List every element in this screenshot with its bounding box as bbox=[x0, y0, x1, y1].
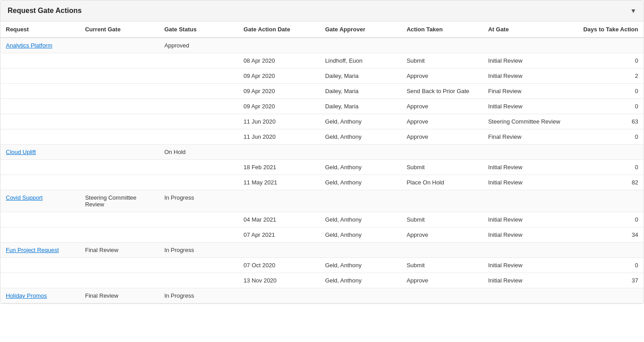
cell-current-gate bbox=[80, 99, 159, 114]
cell-gate-approver: Geld, Anthony bbox=[320, 273, 401, 288]
cell-gate-status: On Hold bbox=[159, 145, 238, 160]
cell-gate-status bbox=[159, 160, 238, 175]
col-header-at-gate: At Gate bbox=[483, 21, 566, 38]
table-row: Analytics Platform Approved bbox=[0, 38, 644, 53]
cell-gate-status: In Progress bbox=[159, 288, 238, 304]
cell-at-gate: Initial Review bbox=[483, 258, 566, 273]
cell-gate-status bbox=[159, 99, 238, 114]
cell-request[interactable]: Analytics Platform bbox=[0, 38, 80, 53]
cell-request[interactable]: Covid Support bbox=[0, 190, 80, 212]
request-gate-actions-panel: Request Gate Actions ▼ Request Current G… bbox=[0, 0, 644, 304]
cell-gate-approver bbox=[320, 145, 401, 160]
cell-gate-approver bbox=[320, 288, 401, 304]
cell-request bbox=[0, 68, 80, 84]
cell-request bbox=[0, 99, 80, 114]
cell-gate-approver: Dailey, Maria bbox=[320, 99, 401, 114]
cell-at-gate: Initial Review bbox=[483, 53, 566, 68]
cell-current-gate bbox=[80, 53, 159, 68]
cell-at-gate bbox=[483, 145, 566, 160]
cell-action-taken: Approve bbox=[401, 68, 483, 84]
cell-gate-action-date: 07 Apr 2021 bbox=[238, 227, 320, 243]
cell-at-gate: Initial Review bbox=[483, 175, 566, 190]
cell-days: 0 bbox=[567, 53, 644, 68]
cell-action-taken: Submit bbox=[401, 212, 483, 227]
cell-gate-status bbox=[159, 258, 238, 273]
table-row: 11 Jun 2020 Geld, Anthony Approve Steeri… bbox=[0, 114, 644, 129]
cell-current-gate: Final Review bbox=[80, 243, 159, 258]
cell-days: 37 bbox=[567, 273, 644, 288]
table-row: 04 Mar 2021 Geld, Anthony Submit Initial… bbox=[0, 212, 644, 227]
cell-gate-approver: Geld, Anthony bbox=[320, 227, 401, 243]
col-header-request: Request bbox=[0, 21, 80, 38]
gate-actions-table: Request Current Gate Gate Status Gate Ac… bbox=[0, 21, 644, 304]
cell-days: 0 bbox=[567, 258, 644, 273]
cell-at-gate: Initial Review bbox=[483, 160, 566, 175]
cell-at-gate: Initial Review bbox=[483, 212, 566, 227]
cell-days bbox=[567, 190, 644, 212]
cell-gate-action-date: 13 Nov 2020 bbox=[238, 273, 320, 288]
cell-request[interactable]: Fun Project Request bbox=[0, 243, 80, 258]
table-row: Fun Project Request Final Review In Prog… bbox=[0, 243, 644, 258]
cell-gate-status bbox=[159, 227, 238, 243]
cell-days: 2 bbox=[567, 68, 644, 84]
cell-gate-approver: Dailey, Maria bbox=[320, 68, 401, 84]
cell-request bbox=[0, 273, 80, 288]
panel-toggle-icon[interactable]: ▼ bbox=[630, 7, 636, 14]
cell-action-taken: Submit bbox=[401, 53, 483, 68]
cell-action-taken bbox=[401, 243, 483, 258]
cell-at-gate: Initial Review bbox=[483, 68, 566, 84]
cell-gate-approver: Geld, Anthony bbox=[320, 114, 401, 129]
cell-current-gate bbox=[80, 129, 159, 145]
table-row: 18 Feb 2021 Geld, Anthony Submit Initial… bbox=[0, 160, 644, 175]
cell-action-taken: Approve bbox=[401, 99, 483, 114]
cell-current-gate bbox=[80, 38, 159, 53]
col-header-gate-status: Gate Status bbox=[159, 21, 238, 38]
cell-gate-status bbox=[159, 53, 238, 68]
cell-gate-action-date: 18 Feb 2021 bbox=[238, 160, 320, 175]
panel-header: Request Gate Actions ▼ bbox=[0, 0, 644, 21]
col-header-action-taken: Action Taken bbox=[401, 21, 483, 38]
table-row: 13 Nov 2020 Geld, Anthony Approve Initia… bbox=[0, 273, 644, 288]
cell-request[interactable]: Cloud Uplift bbox=[0, 145, 80, 160]
cell-gate-action-date: 07 Oct 2020 bbox=[238, 258, 320, 273]
cell-current-gate bbox=[80, 84, 159, 99]
cell-request[interactable]: Holiday Promos bbox=[0, 288, 80, 304]
cell-gate-status bbox=[159, 84, 238, 99]
table-row: 09 Apr 2020 Dailey, Maria Approve Initia… bbox=[0, 68, 644, 84]
cell-at-gate: Initial Review bbox=[483, 227, 566, 243]
cell-gate-action-date: 11 Jun 2020 bbox=[238, 129, 320, 145]
panel-title: Request Gate Actions bbox=[8, 7, 82, 15]
cell-gate-action-date: 09 Apr 2020 bbox=[238, 99, 320, 114]
cell-days: 34 bbox=[567, 227, 644, 243]
table-row: 11 Jun 2020 Geld, Anthony Approve Final … bbox=[0, 129, 644, 145]
cell-at-gate: Steering Committee Review bbox=[483, 114, 566, 129]
cell-gate-action-date: 09 Apr 2020 bbox=[238, 84, 320, 99]
cell-gate-status bbox=[159, 129, 238, 145]
cell-gate-action-date bbox=[238, 145, 320, 160]
cell-action-taken: Place On Hold bbox=[401, 175, 483, 190]
cell-gate-action-date bbox=[238, 190, 320, 212]
cell-days: 0 bbox=[567, 84, 644, 99]
cell-gate-status: In Progress bbox=[159, 190, 238, 212]
table-body: Analytics Platform Approved 08 Apr 2020 … bbox=[0, 38, 644, 304]
cell-gate-approver: Lindhoff, Euon bbox=[320, 53, 401, 68]
cell-action-taken: Approve bbox=[401, 114, 483, 129]
cell-at-gate: Final Review bbox=[483, 84, 566, 99]
table-row: 11 May 2021 Geld, Anthony Place On Hold … bbox=[0, 175, 644, 190]
cell-action-taken bbox=[401, 145, 483, 160]
table-row: Cloud Uplift On Hold bbox=[0, 145, 644, 160]
cell-gate-action-date: 11 Jun 2020 bbox=[238, 114, 320, 129]
cell-action-taken: Send Back to Prior Gate bbox=[401, 84, 483, 99]
cell-gate-status bbox=[159, 175, 238, 190]
cell-current-gate bbox=[80, 175, 159, 190]
table-row: Holiday Promos Final Review In Progress bbox=[0, 288, 644, 304]
table-row: 07 Oct 2020 Geld, Anthony Submit Initial… bbox=[0, 258, 644, 273]
cell-current-gate bbox=[80, 160, 159, 175]
cell-current-gate bbox=[80, 68, 159, 84]
cell-at-gate bbox=[483, 288, 566, 304]
cell-gate-status bbox=[159, 273, 238, 288]
cell-days bbox=[567, 38, 644, 53]
cell-at-gate: Initial Review bbox=[483, 273, 566, 288]
cell-gate-approver: Geld, Anthony bbox=[320, 175, 401, 190]
cell-gate-approver bbox=[320, 190, 401, 212]
